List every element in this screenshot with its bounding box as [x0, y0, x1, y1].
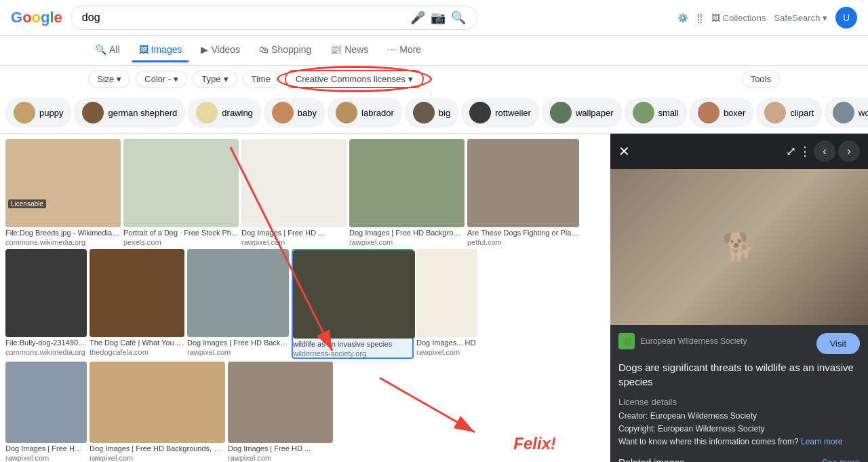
panel-main-image: 🐕 [610, 169, 868, 325]
image-source-7: thedogcafela.com [90, 348, 184, 356]
search-bar: 🎤 📷 🔍 [71, 5, 477, 30]
category-wolf[interactable]: wolf [825, 98, 868, 128]
safe-search-toggle[interactable]: SafeSearch ▾ [774, 13, 827, 23]
creative-commons-filter[interactable]: Creative Commons licenses ▾ [285, 70, 424, 88]
image-search-icon[interactable]: 📷 [431, 10, 446, 25]
licensable-badge: Licensable [8, 199, 46, 208]
image-source-3: rawpixel.com [241, 238, 347, 246]
voice-search-icon[interactable]: 🎤 [410, 10, 425, 25]
panel-expand-icon[interactable]: ⤢ [786, 140, 796, 162]
image-card-wildlife[interactable]: wildlife as an invasive species wilderne… [292, 249, 414, 359]
time-filter[interactable]: Time [243, 71, 279, 88]
image-card-12[interactable]: Dog Images | Free HD Backgrounds, PNGs .… [90, 362, 225, 462]
image-source-13: rawpixel.com [228, 454, 333, 462]
image-card-3[interactable]: Dog Images | Free HD ... rawpixel.com [241, 139, 347, 246]
license-copyright: Copyright: European Wilderness Society [618, 423, 860, 436]
category-boxer[interactable]: boxer [690, 98, 754, 128]
tab-news[interactable]: 📰 News [323, 39, 375, 62]
image-card-4[interactable]: Dog Images | Free HD Backgrounds, PN... … [349, 139, 465, 246]
image-row-3: Dog Images | Free HD ... rawpixel.com Do… [5, 362, 605, 462]
search-input[interactable] [82, 12, 405, 24]
image-card-7[interactable]: The Dog Café | What You Need to Know ...… [90, 249, 184, 359]
image-card-10[interactable]: Dog Images... HD rawpixel.com [416, 249, 477, 359]
category-thumb-boxer [698, 102, 719, 123]
image-source-4: rawpixel.com [349, 238, 465, 246]
wildlife-source: wilderness-society.org [293, 349, 412, 358]
image-source-1: commons.wikimedia.org [5, 238, 121, 246]
search-icons: 🎤 📷 🔍 [410, 10, 466, 25]
tab-videos[interactable]: ▶ Videos [194, 39, 247, 62]
search-submit-icon[interactable]: 🔍 [451, 10, 466, 25]
image-source-8: rawpixel.com [187, 348, 289, 356]
panel-next-button[interactable]: › [838, 140, 860, 162]
panel-header: ✕ ⤢ ⋮ ‹ › [610, 134, 868, 169]
image-card-5[interactable]: Are These Dogs Fighting or Playing ... p… [467, 139, 579, 246]
image-card-1[interactable]: Licensable File:Dog Breeds.jpg - Wikimed… [5, 139, 121, 246]
panel-options-icon[interactable]: ⋮ [799, 140, 811, 162]
collections-link[interactable]: 🖼 Collections [711, 13, 766, 23]
image-card-13[interactable]: Dog Images | Free HD ... rawpixel.com [228, 362, 333, 462]
user-avatar[interactable]: U [835, 7, 857, 28]
category-wallpaper[interactable]: wallpaper [542, 98, 622, 128]
image-caption-10: Dog Images... HD [416, 337, 477, 348]
tools-button[interactable]: Tools [742, 71, 780, 88]
category-thumb-german-shepherd [82, 102, 104, 123]
image-card-6[interactable]: File:Bully-dog-2314909-192... commons.wi… [5, 249, 87, 359]
see-more-link[interactable]: See more [822, 457, 860, 462]
image-caption-11: Dog Images | Free HD ... [5, 443, 87, 454]
wildlife-caption: wildlife as an invasive species [293, 339, 412, 349]
category-german-shepherd[interactable]: german shepherd [74, 98, 185, 128]
size-filter[interactable]: Size ▾ [88, 71, 130, 88]
type-filter[interactable]: Type ▾ [193, 71, 237, 88]
image-caption-13: Dog Images | Free HD ... [228, 443, 333, 454]
image-caption-5: Are These Dogs Fighting or Playing ... [467, 227, 579, 238]
nav-tabs: 🔍 All 🖼 Images ▶ Videos 🛍 Shopping 📰 New… [0, 36, 868, 66]
image-caption-1: File:Dog Breeds.jpg - Wikimedia Com... [5, 227, 121, 238]
right-panel: ✕ ⤢ ⋮ ‹ › 🐕 🌿 European Wilderness Societ… [610, 134, 868, 462]
category-thumb-wolf [833, 102, 854, 123]
panel-source-name: European Wilderness Society [640, 336, 747, 346]
image-caption-2: Portrait of a Dog · Free Stock Photo [123, 227, 239, 238]
related-images-header: Related images See more [618, 457, 860, 462]
tab-shopping[interactable]: 🛍 Shopping [252, 39, 318, 62]
category-thumb-big [413, 102, 435, 123]
category-clipart[interactable]: clipart [756, 98, 822, 128]
learn-more-link[interactable]: Learn more [801, 437, 842, 446]
panel-close-button[interactable]: ✕ [618, 143, 630, 159]
image-source-10: rawpixel.com [416, 348, 477, 356]
panel-prev-button[interactable]: ‹ [814, 140, 835, 162]
image-grid: Licensable File:Dog Breeds.jpg - Wikimed… [0, 134, 610, 462]
category-rottweiler[interactable]: rottweiler [461, 98, 539, 128]
image-caption-12: Dog Images | Free HD Backgrounds, PNGs .… [90, 443, 225, 454]
image-caption-6: File:Bully-dog-2314909-192... [5, 337, 87, 348]
apps-icon[interactable]: ⣿ [696, 13, 703, 23]
panel-source-icon: 🌿 [618, 333, 635, 349]
image-card-8[interactable]: Dog Images | Free HD Backgrounds, PNGs .… [187, 249, 289, 359]
category-drawing[interactable]: drawing [188, 98, 261, 128]
category-small[interactable]: small [625, 98, 687, 128]
license-section: License details Creator: European Wilder… [618, 397, 860, 449]
category-baby[interactable]: baby [264, 98, 325, 128]
category-thumb-drawing [196, 102, 218, 123]
category-big[interactable]: big [405, 98, 458, 128]
panel-info: 🌿 European Wilderness Society Visit Dogs… [610, 325, 868, 462]
tab-images[interactable]: 🖼 Images [132, 39, 189, 62]
image-caption-4: Dog Images | Free HD Backgrounds, PN... [349, 227, 465, 238]
image-source-6: commons.wikimedia.org [5, 348, 87, 356]
category-puppy[interactable]: puppy [5, 98, 71, 128]
google-logo[interactable]: Google [11, 9, 62, 26]
image-card-2[interactable]: Portrait of a Dog · Free Stock Photo pex… [123, 139, 239, 246]
category-labrador[interactable]: labrador [328, 98, 402, 128]
image-card-11[interactable]: Dog Images | Free HD ... rawpixel.com [5, 362, 87, 462]
image-caption-8: Dog Images | Free HD Backgrounds, PNGs .… [187, 337, 289, 348]
visit-button[interactable]: Visit [816, 333, 860, 354]
header: Google 🎤 📷 🔍 ⚙️ ⣿ 🖼 Collections SafeSear… [0, 0, 868, 36]
settings-icon[interactable]: ⚙️ [677, 13, 688, 23]
panel-source: 🌿 European Wilderness Society [618, 333, 747, 349]
category-thumb-baby [272, 102, 294, 123]
category-thumb-clipart [764, 102, 786, 123]
tab-all[interactable]: 🔍 All [88, 39, 127, 62]
tab-more[interactable]: ⋯ More [380, 39, 428, 62]
color-filter[interactable]: Color - ▾ [136, 71, 187, 88]
image-source-5: petful.com [467, 238, 579, 246]
